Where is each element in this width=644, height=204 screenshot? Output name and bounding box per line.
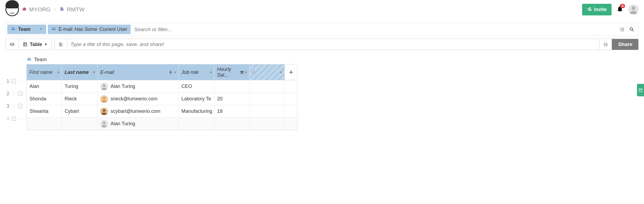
cell-job-role[interactable]: Manufacturing <box>179 105 214 117</box>
document-icon <box>60 6 64 13</box>
drag-icon[interactable]: ⋮ <box>12 104 16 109</box>
filter-value: Current User <box>99 27 127 32</box>
view-bar: Table ▼ Share <box>5 39 639 50</box>
team-chip-label: Team <box>18 27 31 32</box>
list-view-icon[interactable] <box>619 27 625 32</box>
column-header-email[interactable]: E-mail ▾ <box>98 64 179 80</box>
breadcrumb: MYORG RMTW <box>22 6 85 13</box>
table-row[interactable]: Shwanta Cybart scybart@lumeerio.com Manu… <box>27 105 297 117</box>
cell-text: srieck@lumeerio.com <box>111 96 157 102</box>
cell-first-name[interactable]: Shwanta <box>27 105 62 117</box>
row-handle[interactable]: 3 ⋮ − <box>5 100 26 112</box>
cell-new[interactable] <box>250 118 285 130</box>
row-handle[interactable]: 2 ⋮ − <box>5 87 26 100</box>
add-column-button[interactable]: + <box>285 64 297 80</box>
cell-new[interactable] <box>250 105 285 117</box>
column-label: E-mail <box>100 70 114 75</box>
share-button[interactable]: Share <box>612 39 638 50</box>
column-header-job-role[interactable]: Job role▾ <box>179 64 214 80</box>
notifications-button[interactable]: 4 <box>616 5 623 14</box>
chevron-right-icon <box>39 27 43 32</box>
column-header-last-name[interactable]: Last name▾ <box>62 64 98 80</box>
cell-email[interactable]: Alan Turing <box>98 118 179 130</box>
svg-point-9 <box>103 121 105 124</box>
row-menu-icon[interactable]: ⋯ <box>18 79 22 84</box>
table-area: Team 1 − ⋯ 2 ⋮ − 3 ⋮ − 4 − ⋯ <box>5 57 644 130</box>
cell-job-role[interactable]: CEO <box>179 80 214 93</box>
table-title: Team <box>26 57 644 62</box>
cell-salary[interactable] <box>214 118 250 130</box>
search-input[interactable] <box>131 23 616 36</box>
caret-down-icon: ▼ <box>44 42 48 46</box>
cell-job-role[interactable]: Laboratory Te <box>179 93 214 105</box>
cell-salary[interactable] <box>214 80 250 93</box>
cell-first-name[interactable]: Alan <box>27 80 62 93</box>
svg-point-7 <box>103 109 105 112</box>
edit-page-icon[interactable] <box>55 39 67 50</box>
row-number: 4 <box>6 116 9 121</box>
cell-new[interactable] <box>250 93 285 105</box>
team-chip[interactable]: Team <box>7 25 46 34</box>
table-row[interactable]: Shonda Rieck srieck@lumeerio.com Laborat… <box>27 93 297 105</box>
collapse-icon[interactable]: − <box>18 104 22 108</box>
drag-icon[interactable]: ⋮ <box>12 91 16 96</box>
user-plus-icon <box>587 6 592 13</box>
breadcrumb-project[interactable]: RMTW <box>67 6 84 13</box>
collapse-icon[interactable]: − <box>12 116 16 121</box>
row-handle[interactable]: 1 − ⋯ <box>5 75 26 87</box>
caret-down-icon: ▾ <box>245 70 247 74</box>
column-header-hourly-salary[interactable]: Hourly Sal... π ▾ <box>214 64 250 80</box>
table-row-new[interactable]: Alan Turing <box>27 117 297 130</box>
table-header-row: First name▾ Last name▾ E-mail ▾ <box>27 64 285 80</box>
view-type-dropdown[interactable]: Table ▼ <box>19 39 51 50</box>
user-avatar[interactable] <box>628 4 639 15</box>
avatar-icon <box>100 108 108 115</box>
cell-first-name[interactable] <box>27 118 62 130</box>
cell-last-name[interactable]: Cybart <box>62 105 98 117</box>
svg-point-5 <box>103 97 105 99</box>
collapse-icon[interactable]: − <box>12 79 16 83</box>
row-handle[interactable]: 4 − ⋯ <box>5 112 26 125</box>
row-menu-icon[interactable]: ⋯ <box>18 116 22 121</box>
table-row[interactable]: Alan Turing Alan Turing CEO <box>27 80 297 93</box>
column-header-new[interactable]: A▾ <box>250 64 285 80</box>
column-header-first-name[interactable]: First name▾ <box>27 64 62 80</box>
topbar: 〰 MYORG RMTW Invite 4 <box>0 0 644 19</box>
cell-first-name[interactable]: Shonda <box>27 93 62 105</box>
filter-bar: Team E-mail Has Some Current User <box>5 23 639 36</box>
save-button[interactable] <box>599 39 612 50</box>
row-number: 3 <box>6 103 9 109</box>
svg-point-3 <box>103 84 105 87</box>
cell-salary[interactable]: 20 <box>214 93 250 105</box>
cell-email[interactable]: scybart@lumeerio.com <box>98 105 179 117</box>
column-label: Last name <box>65 70 89 75</box>
breadcrumb-org[interactable]: MYORG <box>29 6 51 13</box>
invite-button[interactable]: Invite <box>582 4 612 15</box>
page-title-input[interactable] <box>67 39 599 50</box>
avatar-icon <box>100 120 108 128</box>
filter-field: E-mail <box>59 27 72 32</box>
cell-last-name[interactable] <box>62 118 98 130</box>
cell-last-name[interactable]: Turing <box>62 80 98 93</box>
caret-down-icon: ▾ <box>210 70 211 74</box>
thumbs-up-icon <box>22 7 26 12</box>
row-number: 2 <box>6 91 9 97</box>
cell-last-name[interactable]: Rieck <box>62 93 98 105</box>
cell-job-role[interactable] <box>179 118 214 130</box>
filter-chip[interactable]: E-mail Has Some Current User <box>48 25 131 34</box>
view-type-label: Table <box>30 42 42 47</box>
cell-new[interactable] <box>250 80 285 93</box>
visibility-button[interactable] <box>6 39 19 50</box>
app-logo[interactable]: 〰 <box>5 3 19 16</box>
cell-salary[interactable]: 18 <box>214 105 250 117</box>
collapse-icon[interactable]: − <box>18 91 22 96</box>
calendar-side-tab[interactable] <box>637 84 644 96</box>
column-label: Job role <box>181 70 199 75</box>
column-label: First name <box>29 70 52 75</box>
notification-badge: 4 <box>620 4 625 8</box>
cell-email[interactable]: Alan Turing <box>98 80 179 93</box>
cell-email[interactable]: srieck@lumeerio.com <box>98 93 179 105</box>
search-icon[interactable] <box>629 27 635 32</box>
column-label: Hourly Sal... <box>217 67 240 78</box>
row-numbers-column: 1 − ⋯ 2 ⋮ − 3 ⋮ − 4 − ⋯ <box>5 64 26 130</box>
